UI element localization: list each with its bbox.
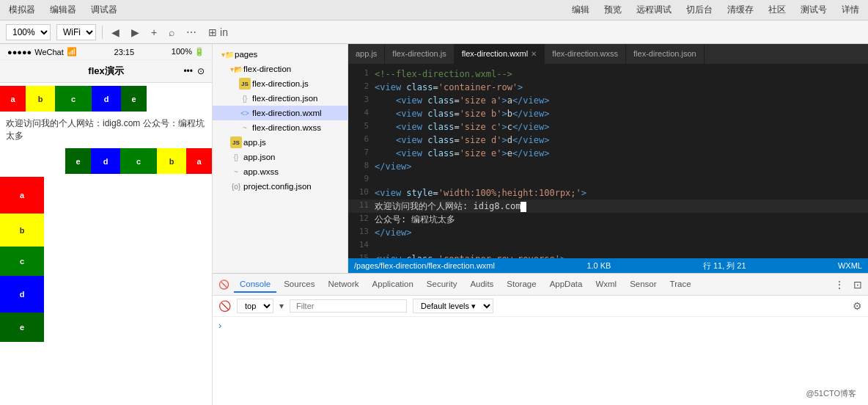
- box-b-1: b: [26, 86, 55, 112]
- tab-wxml[interactable]: Wxml: [589, 277, 622, 293]
- block-console-icon[interactable]: 🚫: [216, 278, 232, 291]
- tab-appjs[interactable]: app.js: [348, 44, 385, 64]
- simulator-btn[interactable]: 模拟器: [6, 2, 38, 18]
- tree-item-flex-dir-wxss[interactable]: ~ flex-direction.wxss: [213, 120, 347, 135]
- bottom-tabs-bar: 🚫 Console Sources Network Application Se…: [213, 274, 868, 296]
- tree-item-flex-dir-json[interactable]: {} flex-direction.json: [213, 91, 347, 106]
- clear-cache-btn[interactable]: 清缓存: [724, 2, 757, 18]
- top-toolbar-right: 编辑 预览 远程调试 切后台 清缓存 社区 测试号 详情: [569, 2, 862, 18]
- level-select[interactable]: Default levels ▾: [413, 299, 493, 313]
- tab-flex-dir-js[interactable]: flex-direction.js: [385, 44, 454, 64]
- forward-btn[interactable]: ▶: [128, 25, 142, 40]
- tree-item-appjs[interactable]: JS app.js: [213, 135, 347, 150]
- tab-flex-dir-wxss-label: flex-direction.wxss: [552, 49, 618, 58]
- layout-btn[interactable]: ⊞ in: [205, 25, 231, 40]
- config-icon: {o}: [230, 180, 242, 192]
- json-icon: {}: [239, 92, 251, 104]
- bottom-tab-icons: ⋮ ⊡: [831, 277, 865, 292]
- tab-network[interactable]: Network: [322, 277, 364, 293]
- tab-flex-dir-wxss[interactable]: flex-direction.wxss: [545, 44, 626, 64]
- tree-item-flex-dir-folder[interactable]: ▾📂 flex-direction: [213, 62, 347, 76]
- tree-item-appwxss[interactable]: ~ app.wxss: [213, 164, 347, 179]
- nav-camera-icon[interactable]: ⊙: [197, 66, 205, 76]
- code-line-6: 6 <view class='size d'>d</view>: [348, 134, 868, 147]
- test-num-btn[interactable]: 测试号: [798, 2, 830, 18]
- preview-btn[interactable]: 预览: [601, 2, 625, 18]
- box-d-1: d: [92, 86, 121, 112]
- back-btn[interactable]: ◀: [108, 25, 122, 40]
- tab-console[interactable]: Console: [234, 277, 276, 293]
- tab-sources[interactable]: Sources: [278, 277, 320, 293]
- nav-icons: ••• ⊙: [183, 66, 205, 76]
- details-btn[interactable]: 详情: [839, 2, 862, 18]
- editor-with-tree: ▾📁 pages ▾📂 flex-direction JS flex-direc…: [213, 44, 868, 273]
- appjson-label: app.json: [243, 153, 275, 161]
- status-path: /pages/flex-direction/flex-direction.wxm…: [354, 261, 495, 270]
- code-line-11: 11 欢迎访问我的个人网站: idig8.com: [348, 200, 868, 213]
- box-c-1: c: [55, 86, 92, 112]
- tab-flex-dir-json[interactable]: flex-direction.json: [626, 44, 705, 64]
- phone-nav-bar: flex演示 ••• ⊙: [0, 60, 212, 83]
- tab-trace[interactable]: Trace: [664, 277, 697, 293]
- add-btn[interactable]: +: [148, 25, 160, 40]
- flex-row-1: a b c d e: [0, 86, 212, 112]
- editor-btn[interactable]: 编辑器: [47, 2, 79, 18]
- phone-panel: ●●●●● WeChat 📶 23:15 100% 🔋 flex演示 ••• ⊙…: [0, 44, 213, 405]
- edit-btn[interactable]: 编辑: [569, 2, 592, 18]
- tab-application[interactable]: Application: [367, 277, 419, 293]
- status-lang: WXML: [838, 261, 862, 270]
- tab-storage[interactable]: Storage: [501, 277, 542, 293]
- block-icon[interactable]: 🚫: [218, 300, 231, 312]
- tab-security[interactable]: Security: [421, 277, 463, 293]
- tab-sensor[interactable]: Sensor: [624, 277, 662, 293]
- flex-dir-folder-label: flex-direction: [243, 65, 291, 73]
- more-options-icon[interactable]: ⋮: [831, 277, 847, 292]
- phone-content: a b c d e 欢迎访问我的个人网站：idig8.com 公众号：编程坑太多…: [0, 83, 212, 405]
- flex-row-reverse: a b c d e: [0, 148, 212, 174]
- zoom-select[interactable]: 100% 75% 50%: [6, 24, 51, 40]
- tree-item-flex-dir-wxml[interactable]: <> flex-direction.wxml: [213, 106, 347, 120]
- tree-item-project-config[interactable]: {o} project.config.json: [213, 179, 347, 194]
- more-btn[interactable]: ⋯: [183, 25, 199, 40]
- network-select[interactable]: WiFi 3G 4G: [56, 24, 96, 40]
- community-btn[interactable]: 社区: [765, 2, 789, 18]
- col-box-e: e: [0, 313, 44, 342]
- code-line-8: 8 </view>: [348, 160, 868, 173]
- editor-statusbar: /pages/flex-direction/flex-direction.wxm…: [348, 258, 868, 273]
- tree-item-flex-dir-js[interactable]: JS flex-direction.js: [213, 76, 347, 91]
- remote-debug-btn[interactable]: 远程调试: [633, 2, 674, 18]
- close-tab-icon[interactable]: ✕: [531, 50, 537, 58]
- tree-item-appjson[interactable]: {} app.json: [213, 150, 347, 164]
- wifi-icon: 📶: [67, 47, 77, 56]
- pages-label: pages: [235, 50, 257, 59]
- battery-info: 100% 🔋: [172, 47, 205, 56]
- dropdown-arrow-icon: ▾: [279, 301, 284, 311]
- nav-dots-icon[interactable]: •••: [183, 66, 193, 76]
- phone-status-bar: ●●●●● WeChat 📶 23:15 100% 🔋: [0, 44, 212, 60]
- debugger-btn[interactable]: 调试器: [88, 2, 120, 18]
- gear-icon[interactable]: ⚙: [853, 300, 862, 312]
- tab-audits[interactable]: Audits: [464, 277, 499, 293]
- demo-row-1: a b c d e: [0, 86, 212, 112]
- console-prompt: ›: [218, 320, 221, 331]
- panel-icon[interactable]: ⊡: [850, 277, 865, 292]
- switch-bg-btn[interactable]: 切后台: [683, 2, 716, 18]
- console-context-select[interactable]: top: [237, 299, 273, 313]
- demo-col: a b c d e: [0, 177, 212, 342]
- box-c-2: c: [120, 148, 157, 174]
- code-line-4: 4 <view class='size b'>b</view>: [348, 107, 868, 120]
- search-btn[interactable]: ⌕: [166, 25, 177, 40]
- tree-item-pages[interactable]: ▾📁 pages: [213, 47, 347, 62]
- filter-input[interactable]: [290, 299, 407, 313]
- main-editor-area: ▾📁 pages ▾📂 flex-direction JS flex-direc…: [213, 44, 868, 405]
- watermark: @51CTO博客: [803, 387, 859, 401]
- status-position: 行 11, 列 21: [703, 260, 746, 271]
- tab-appdata[interactable]: AppData: [544, 277, 589, 293]
- code-line-3: 3 <view class='size a'>a</view>: [348, 94, 868, 107]
- subfolder-open-icon: ▾📂: [230, 63, 242, 75]
- code-editor[interactable]: 1 <!--flex-direction.wxml--> 2 <view cla…: [348, 65, 868, 258]
- tab-flex-dir-wxml[interactable]: flex-direction.wxml ✕: [455, 44, 545, 64]
- appwxss-label: app.wxss: [243, 167, 279, 176]
- flex-dir-wxss-label: flex-direction.wxss: [252, 123, 321, 132]
- flex-dir-wxml-label: flex-direction.wxml: [252, 109, 322, 117]
